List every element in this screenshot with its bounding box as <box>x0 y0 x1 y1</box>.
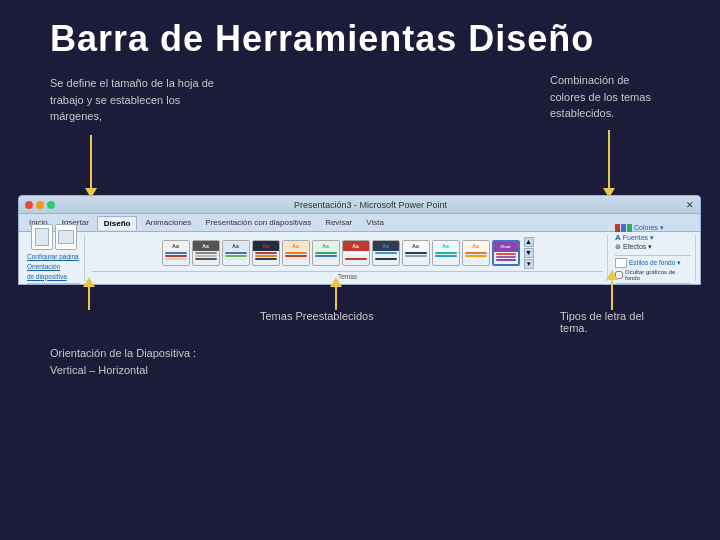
arrow-bottom-right-icon <box>611 278 613 310</box>
colors-btn[interactable]: Colores ▾ <box>615 224 691 232</box>
ocultar-row: Ocultar gráficos de fondo <box>615 269 691 281</box>
desc-topleft: Se define el tamaño de la hoja de trabaj… <box>50 75 215 125</box>
theme-swatch-4[interactable]: Ao <box>252 240 280 266</box>
themes-row: Aa Aa <box>162 237 534 269</box>
estilos-fondo-swatch <box>615 258 627 268</box>
pp-section-configure: Configurar página Orientaciónde diaposit… <box>23 235 85 281</box>
theme-swatch-1[interactable]: Aa <box>162 240 190 266</box>
tab-presentacion[interactable]: Presentación con diapositivas <box>199 216 317 229</box>
themes-scroll-btns: ▲ ▼ ▾ <box>524 237 534 269</box>
orientation-btn[interactable]: Orientaciónde diapositiva <box>27 262 87 280</box>
page-title: Barra de Herramientas Diseño <box>50 18 594 60</box>
arrow-bottom-center-icon <box>335 285 337 310</box>
theme-swatch-7[interactable]: Aa <box>342 240 370 266</box>
desc-topright: Combinación de colores de los temas esta… <box>550 72 680 122</box>
efectos-btn[interactable]: ⊛ Efectos ▾ <box>615 243 691 251</box>
tab-diseno[interactable]: Diseño <box>97 216 138 230</box>
theme-swatch-3[interactable]: Aa <box>222 240 250 266</box>
themes-section-label: Temas <box>92 271 603 280</box>
estilos-fondo-btn[interactable]: Estilos de fondo ▾ <box>629 259 681 267</box>
theme-swatch-5[interactable]: Aa <box>282 240 310 266</box>
theme-swatch-clout[interactable]: Clout <box>492 240 520 266</box>
pp-section-themes: Aa Aa <box>88 235 608 281</box>
configure-page-btn[interactable]: Configurar página <box>27 252 87 261</box>
tab-vista[interactable]: Vista <box>360 216 390 229</box>
ocultar-label: Ocultar gráficos de fondo <box>625 269 691 281</box>
label-orientacion: Orientación de la Diapositiva : Vertical… <box>50 345 210 378</box>
fuentes-btn[interactable]: A Fuentes ▾ <box>615 233 691 242</box>
pp-tabs: Inicio Insertar Diseño Animaciones Prese… <box>19 214 700 232</box>
slide: Barra de Herramientas Diseño Se define e… <box>0 0 720 540</box>
pp-ribbon: Configurar página Orientaciónde diaposit… <box>19 232 700 284</box>
theme-swatch-10[interactable]: Aa <box>432 240 460 266</box>
estilos-fondo-row: Estilos de fondo ▾ <box>615 258 691 268</box>
orientation-icon[interactable] <box>55 224 77 250</box>
label-tipos-letra: Tipos de letra del tema. <box>560 310 680 334</box>
theme-swatch-2[interactable]: Aa <box>192 240 220 266</box>
arrow-bottom-left-icon <box>88 285 90 310</box>
theme-swatch-9[interactable]: Aa <box>402 240 430 266</box>
tab-revisar[interactable]: Revisar <box>319 216 358 229</box>
themes-scroll-down[interactable]: ▼ <box>524 248 534 258</box>
pp-section-colors: Colores ▾ A Fuentes ▾ ⊛ Efectos ▾ Estilo… <box>611 235 696 281</box>
pp-titlebar: Presentación3 - Microsoft Power Point ✕ <box>19 196 700 214</box>
label-temas-preestablecidos: Temas Preestablecidos <box>260 310 374 322</box>
theme-swatch-8[interactable]: Aa <box>372 240 400 266</box>
themes-scroll-up[interactable]: ▲ <box>524 237 534 247</box>
fondo-section-label: Fondo <box>615 283 691 285</box>
configure-section-label: Configurar página <box>27 283 80 285</box>
fondo-section: Estilos de fondo ▾ Ocultar gráficos de f… <box>615 255 691 281</box>
powerpoint-window: Presentación3 - Microsoft Power Point ✕ … <box>18 195 701 285</box>
themes-more-btn[interactable]: ▾ <box>524 259 534 269</box>
tab-animaciones[interactable]: Animaciones <box>139 216 197 229</box>
arrow-topleft-icon <box>90 135 92 190</box>
theme-swatch-6[interactable]: Aa <box>312 240 340 266</box>
theme-swatch-11[interactable]: Aa <box>462 240 490 266</box>
arrow-topright-icon <box>608 130 610 190</box>
configure-page-icon[interactable] <box>31 224 53 250</box>
pp-window-buttons <box>25 201 55 209</box>
pp-title-text: Presentación3 - Microsoft Power Point <box>294 200 447 210</box>
